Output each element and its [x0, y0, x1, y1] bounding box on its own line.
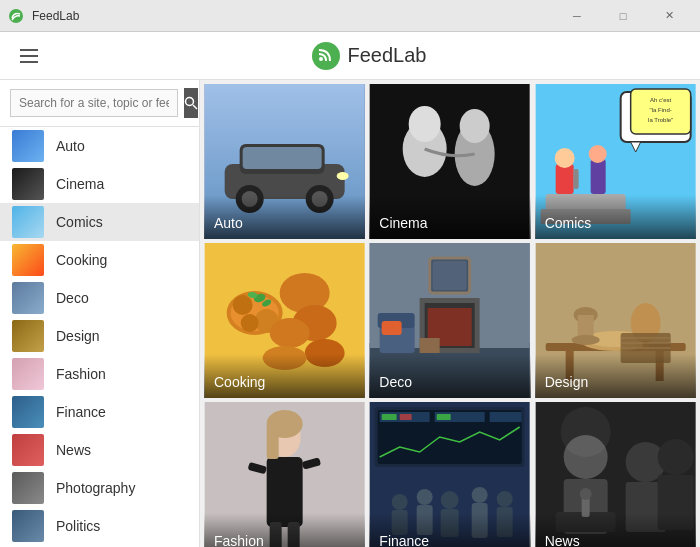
titlebar-title: FeedLab [32, 9, 79, 23]
titlebar: FeedLab ─ □ ✕ [0, 0, 700, 32]
svg-rect-92 [382, 414, 397, 420]
grid-item-cinema[interactable]: Cinema [369, 84, 530, 239]
grid-label-news: News [535, 513, 696, 547]
grid-item-comics[interactable]: Je ne suis pas sure... mais c'est Ah c'e… [535, 84, 696, 239]
svg-rect-27 [573, 169, 578, 189]
svg-point-103 [497, 491, 513, 507]
titlebar-controls: ─ □ ✕ [554, 0, 692, 32]
grid-item-finance[interactable]: Finance [369, 402, 530, 547]
svg-point-99 [441, 491, 459, 509]
header-brand: FeedLab [54, 42, 684, 70]
app-container: FeedLab AutoCinemaComicsCookingDecoDesig… [0, 32, 700, 547]
sidebar-item-auto[interactable]: Auto [0, 127, 199, 165]
sidebar: AutoCinemaComicsCookingDecoDesignFashion… [0, 80, 200, 547]
grid-item-fashion[interactable]: Fashion [204, 402, 365, 547]
svg-point-41 [241, 314, 259, 332]
svg-point-72 [571, 335, 599, 345]
sidebar-item-deco[interactable]: Deco [0, 279, 199, 317]
svg-rect-59 [420, 338, 440, 353]
body-container: AutoCinemaComicsCookingDecoDesignFashion… [0, 80, 700, 547]
grid-label-design: Design [535, 354, 696, 398]
svg-rect-91 [490, 412, 522, 422]
grid-item-news[interactable]: News [535, 402, 696, 547]
svg-point-26 [554, 148, 574, 168]
svg-rect-58 [382, 321, 402, 335]
sidebar-thumb-news [12, 434, 44, 466]
svg-point-95 [392, 494, 408, 510]
sidebar-item-fashion[interactable]: Fashion [0, 355, 199, 393]
sidebar-label-deco: Deco [56, 290, 89, 306]
sidebar-label-fashion: Fashion [56, 366, 106, 382]
sidebar-thumb-fashion [12, 358, 44, 390]
hamburger-line-2 [20, 55, 38, 57]
svg-point-47 [270, 318, 310, 348]
header: FeedLab [0, 32, 700, 80]
svg-point-97 [417, 489, 433, 505]
svg-rect-25 [555, 164, 573, 194]
grid-item-design[interactable]: Design [535, 243, 696, 398]
svg-point-16 [409, 106, 441, 142]
svg-point-108 [657, 439, 693, 475]
search-button[interactable] [184, 88, 198, 118]
grid-label-finance: Finance [369, 513, 530, 547]
grid-item-deco[interactable]: Deco [369, 243, 530, 398]
rss-icon [317, 45, 335, 66]
sidebar-item-cooking[interactable]: Cooking [0, 241, 199, 279]
svg-text:la Troble": la Troble" [648, 117, 673, 123]
sidebar-thumb-design [12, 320, 44, 352]
grid-item-cooking[interactable]: Cooking [204, 243, 365, 398]
sidebar-item-photography[interactable]: Photography [0, 469, 199, 507]
grid-label-comics: Comics [535, 195, 696, 239]
svg-point-13 [337, 172, 349, 180]
sidebar-label-auto: Auto [56, 138, 85, 154]
close-button[interactable]: ✕ [646, 0, 692, 32]
grid-label-auto: Auto [204, 195, 365, 239]
sidebar-thumb-cinema [12, 168, 44, 200]
titlebar-left: FeedLab [8, 8, 79, 24]
grid-item-auto[interactable]: Auto [204, 84, 365, 239]
maximize-button[interactable]: □ [600, 0, 646, 32]
sidebar-item-comics[interactable]: Comics [0, 203, 199, 241]
sidebar-item-design[interactable]: Design [0, 317, 199, 355]
svg-point-39 [233, 295, 253, 315]
grid-label-fashion: Fashion [204, 513, 365, 547]
sidebar-label-news: News [56, 442, 91, 458]
grid-label-cinema: Cinema [369, 195, 530, 239]
app-icon [8, 8, 24, 24]
hamburger-line-3 [20, 61, 38, 63]
search-container [0, 80, 199, 127]
sidebar-thumb-politics [12, 510, 44, 542]
main-content: Auto Cinema Je ne suis pas sure... mais … [200, 80, 700, 547]
sidebar-label-design: Design [56, 328, 100, 344]
grid-label-cooking: Cooking [204, 354, 365, 398]
sidebar-label-comics: Comics [56, 214, 103, 230]
sidebar-label-politics: Politics [56, 518, 100, 534]
svg-point-18 [460, 109, 490, 143]
svg-point-115 [560, 407, 610, 457]
sidebar-thumb-cooking [12, 244, 44, 276]
svg-point-1 [319, 57, 323, 61]
sidebar-label-photography: Photography [56, 480, 135, 496]
sidebar-thumb-deco [12, 282, 44, 314]
svg-point-101 [472, 487, 488, 503]
minimize-button[interactable]: ─ [554, 0, 600, 32]
search-input[interactable] [10, 89, 178, 117]
svg-rect-94 [437, 414, 451, 420]
hamburger-button[interactable] [16, 45, 42, 67]
svg-line-3 [193, 105, 197, 109]
sidebar-label-cooking: Cooking [56, 252, 107, 268]
sidebar-item-cinema[interactable]: Cinema [0, 165, 199, 203]
sidebar-item-politics[interactable]: Politics [0, 507, 199, 545]
sidebar-label-cinema: Cinema [56, 176, 104, 192]
svg-text:Ah c'est: Ah c'est [650, 97, 671, 103]
svg-point-2 [186, 98, 194, 106]
category-grid: Auto Cinema Je ne suis pas sure... mais … [204, 84, 696, 547]
sidebar-thumb-auto [12, 130, 44, 162]
svg-point-114 [579, 488, 591, 500]
sidebar-thumb-photography [12, 472, 44, 504]
search-icon [184, 96, 198, 110]
sidebar-item-finance[interactable]: Finance [0, 393, 199, 431]
svg-rect-81 [267, 424, 279, 459]
sidebar-item-news[interactable]: News [0, 431, 199, 469]
sidebar-label-finance: Finance [56, 404, 106, 420]
